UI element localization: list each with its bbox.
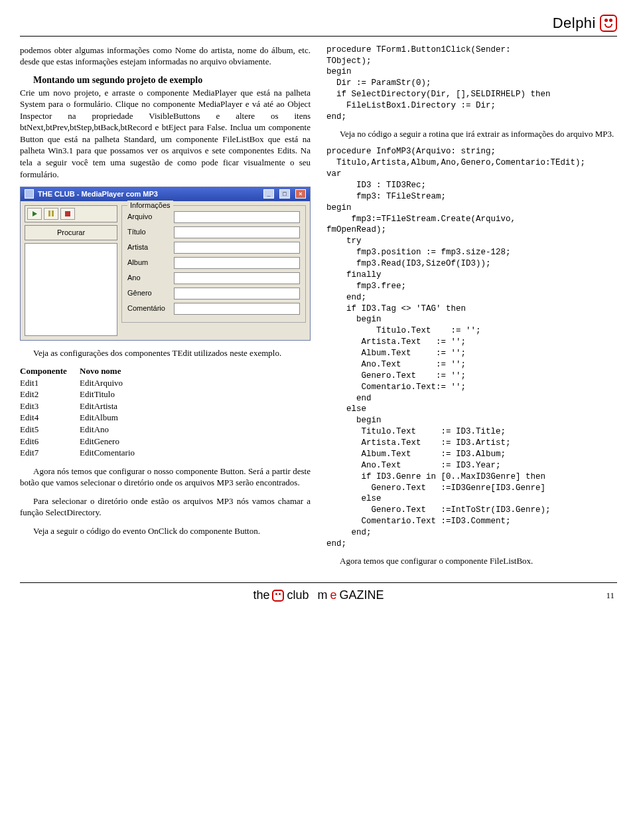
columns: podemos obter algumas informações como N… xyxy=(20,44,617,574)
table-cell: Edit7 xyxy=(20,447,80,459)
form-screenshot: THE CLUB - MediaPlayer com MP3 _ □ × Pro… xyxy=(20,187,311,341)
stop-icon xyxy=(65,211,70,216)
window-title: THE CLUB - MediaPlayer com MP3 xyxy=(38,189,158,199)
brand-the: the xyxy=(253,587,269,603)
close-button[interactable]: × xyxy=(295,189,306,199)
para-montando: Montando um segundo projeto de exemplo C… xyxy=(20,74,311,180)
table-cell: Edit2 xyxy=(20,388,80,400)
label-comentario: Comentário xyxy=(127,303,170,313)
play-button[interactable] xyxy=(27,208,42,220)
subhead-montando: Montando um segundo projeto de exemplo xyxy=(33,75,202,85)
table-cell: EditAno xyxy=(80,424,311,436)
table-cell: Edit1 xyxy=(20,377,80,389)
table-cell: EditArtista xyxy=(80,400,311,412)
code-block-2: procedure InfoMP3(Arquivo: string; Titul… xyxy=(326,146,617,550)
table-cell: Edit3 xyxy=(20,400,80,412)
para-selectdir: Para selecionar o diretório onde estão o… xyxy=(20,495,311,519)
play-icon xyxy=(33,211,37,216)
window-right-pane: Informações Arquivo Título Artista Album… xyxy=(121,205,306,336)
header-product: Delphi xyxy=(553,13,596,33)
brand-e: e xyxy=(330,587,337,603)
input-titulo[interactable] xyxy=(174,226,300,238)
table-cell: EditAlbum xyxy=(80,412,311,424)
input-album[interactable] xyxy=(174,257,300,269)
label-album: Album xyxy=(127,258,170,268)
file-listbox[interactable] xyxy=(25,243,117,336)
footer: the club meGAZINE 11 xyxy=(20,582,617,603)
table-cell: EditArquivo xyxy=(80,377,311,389)
procurar-button[interactable]: Procurar xyxy=(25,225,117,240)
th-componente: Componente xyxy=(20,365,80,377)
page-number: 11 xyxy=(606,590,614,602)
footer-brand: the club meGAZINE xyxy=(253,587,384,603)
input-comentario[interactable] xyxy=(174,303,300,315)
para-config: Veja as configurações dos componentes TE… xyxy=(20,347,311,359)
groupbox-title: Informações xyxy=(127,201,173,210)
para-button-config: Agora nós temos que configurar o nosso c… xyxy=(20,465,311,489)
label-artista: Artista xyxy=(127,242,170,252)
window-left-pane: Procurar xyxy=(25,205,117,336)
input-arquivo[interactable] xyxy=(174,211,300,223)
table-cell: EditTitulo xyxy=(80,388,311,400)
para-onclick: Veja a seguir o código do evento OnClick… xyxy=(20,525,311,537)
stop-button[interactable] xyxy=(60,208,75,220)
label-titulo: Título xyxy=(127,227,170,237)
minimize-button[interactable]: _ xyxy=(263,189,274,199)
brand-gazine: GAZINE xyxy=(340,587,384,603)
logo-icon xyxy=(600,15,617,32)
header-bar: Delphi xyxy=(20,13,617,37)
table-cell: EditGenero xyxy=(80,436,311,448)
window-body: Procurar Informações Arquivo Título Arti… xyxy=(21,201,310,340)
para-filelistbox: Agora temos que configurar o componente … xyxy=(326,555,617,567)
para-montando-body: Crie um novo projeto, e arraste o compon… xyxy=(20,88,311,179)
th-novonome: Novo nome xyxy=(80,365,311,377)
label-arquivo: Arquivo xyxy=(127,212,170,222)
media-controls xyxy=(25,205,117,222)
para-veja-codigo: Veja no código a seguir a rotina que irá… xyxy=(326,128,617,140)
table-cell: Edit6 xyxy=(20,436,80,448)
info-groupbox: Informações Arquivo Título Artista Album… xyxy=(121,205,306,323)
table-cell: Edit4 xyxy=(20,412,80,424)
window-titlebar: THE CLUB - MediaPlayer com MP3 _ □ × xyxy=(21,187,310,201)
left-column: podemos obter algumas informações como N… xyxy=(20,44,311,574)
input-artista[interactable] xyxy=(174,242,300,254)
pause-icon xyxy=(48,210,54,216)
brand-club: club xyxy=(287,587,309,603)
label-ano: Ano xyxy=(127,273,170,283)
input-genero[interactable] xyxy=(174,288,300,299)
component-table: Componente Novo nome Edit1EditArquivo Ed… xyxy=(20,365,311,458)
para-intro: podemos obter algumas informações como N… xyxy=(20,44,311,68)
brand-m: m xyxy=(318,587,328,603)
right-column: procedure TForm1.Button1Click(Sender: TO… xyxy=(326,44,617,574)
table-cell: Edit5 xyxy=(20,424,80,436)
window-icon xyxy=(25,189,34,199)
code-block-1: procedure TForm1.Button1Click(Sender: TO… xyxy=(326,44,617,123)
pause-button[interactable] xyxy=(44,208,58,220)
label-genero: Gênero xyxy=(127,288,170,298)
footer-logo-icon xyxy=(272,590,284,602)
maximize-button[interactable]: □ xyxy=(279,189,290,199)
table-cell: EditComentario xyxy=(80,447,311,459)
input-ano[interactable] xyxy=(174,272,300,284)
